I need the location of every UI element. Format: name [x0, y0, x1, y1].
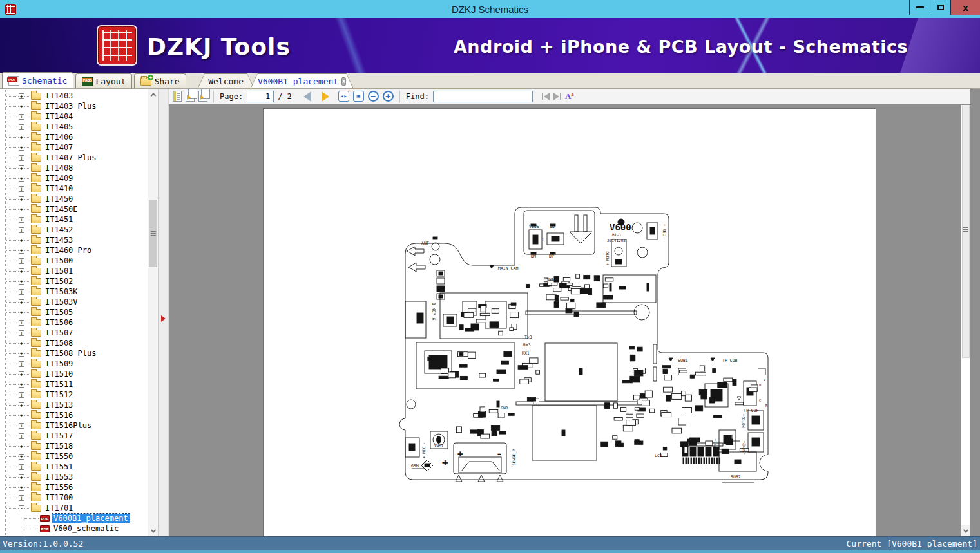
tree-folder-it1502[interactable]: +IT1502 — [0, 276, 148, 286]
expander-icon[interactable]: + — [19, 186, 24, 192]
tree-folder-it1700[interactable]: +IT1700 — [0, 492, 148, 503]
expander-icon[interactable]: + — [19, 320, 24, 326]
expander-icon[interactable]: + — [19, 165, 24, 171]
expander-icon[interactable]: + — [19, 238, 24, 243]
expander-icon[interactable]: + — [19, 299, 24, 305]
expander-icon[interactable]: + — [19, 93, 24, 99]
document-area[interactable]: V600 B1-1 20141203 + MOTO - + REC - VBUS… — [169, 105, 970, 536]
expander-icon[interactable]: + — [19, 454, 24, 460]
tree-folder-it1405[interactable]: +IT1405 — [0, 122, 148, 132]
expander-icon[interactable]: + — [19, 279, 24, 285]
tree-folder-it1403[interactable]: +IT1403 — [0, 91, 148, 101]
tree-folder-it1451[interactable]: +IT1451 — [0, 214, 148, 225]
rotate-right-icon[interactable] — [198, 91, 207, 102]
expander-icon[interactable]: + — [19, 135, 24, 140]
tree-folder-it1513[interactable]: +IT1513 — [0, 400, 148, 410]
pane-splitter[interactable] — [159, 89, 169, 536]
expander-icon[interactable]: + — [19, 464, 24, 470]
tree-folder-it1516plus[interactable]: +IT1516Plus — [0, 420, 148, 431]
scrollbar-thumb[interactable] — [149, 200, 157, 267]
find-input[interactable] — [433, 91, 533, 102]
expander-icon[interactable]: + — [19, 196, 24, 202]
expander-icon[interactable]: + — [19, 124, 24, 130]
font-size-icon[interactable]: Aa — [565, 91, 574, 100]
expander-icon[interactable]: + — [19, 382, 24, 388]
tree-folder-it1701[interactable]: -IT1701 — [0, 503, 148, 513]
tree-folder-it1511[interactable]: +IT1511 — [0, 379, 148, 389]
doc-tab-v600b1-placement[interactable]: V600B1_placement x — [251, 73, 354, 88]
expander-icon[interactable]: + — [19, 351, 24, 357]
fit-page-icon[interactable]: ▣ — [353, 91, 364, 102]
tree-folder-it1460-pro[interactable]: +IT1460 Pro — [0, 245, 148, 256]
tree-folder-it1506[interactable]: +IT1506 — [0, 317, 148, 328]
tree-folder-it1516[interactable]: +IT1516 — [0, 410, 148, 420]
tree-folder-it1512[interactable]: +IT1512 — [0, 389, 148, 400]
expander-icon[interactable]: + — [19, 392, 24, 398]
tree-folder-it1550[interactable]: +IT1550 — [0, 451, 148, 462]
minimize-button[interactable] — [909, 0, 930, 15]
expander-icon[interactable]: + — [19, 495, 24, 501]
expander-icon[interactable]: + — [19, 433, 24, 439]
expander-icon[interactable]: + — [19, 145, 24, 151]
maximize-button[interactable] — [930, 0, 950, 15]
doc-tab-welcome[interactable]: Welcome — [198, 73, 255, 88]
tree-folder-it1553[interactable]: +IT1553 — [0, 472, 148, 482]
document-scrollbar[interactable] — [961, 105, 970, 536]
expander-icon[interactable]: + — [19, 413, 24, 418]
expander-icon[interactable]: + — [19, 310, 24, 315]
expander-icon[interactable]: + — [19, 371, 24, 377]
expander-icon[interactable]: + — [19, 474, 24, 480]
expander-icon[interactable]: + — [19, 402, 24, 408]
expander-icon[interactable]: + — [19, 104, 24, 109]
tree-folder-it1408[interactable]: +IT1408 — [0, 163, 148, 173]
tree-folder-it1508-plus[interactable]: +IT1508 Plus — [0, 348, 148, 359]
tab-share[interactable]: + Share — [134, 73, 186, 88]
expander-icon[interactable]: + — [19, 423, 24, 429]
tree-folder-it1510[interactable]: +IT1510 — [0, 369, 148, 379]
next-page-icon[interactable] — [322, 91, 329, 102]
splitter-collapse-icon[interactable] — [161, 315, 166, 322]
zoom-in-icon[interactable]: + — [383, 91, 394, 102]
tree-folder-it1551[interactable]: +IT1551 — [0, 462, 148, 472]
expander-icon[interactable]: + — [19, 485, 24, 491]
scroll-up-button[interactable] — [148, 89, 158, 100]
tree-folder-it1406[interactable]: +IT1406 — [0, 132, 148, 142]
tree-folder-it1404[interactable]: +IT1404 — [0, 111, 148, 122]
tree-file-v600b1_placement[interactable]: PDFV600B1_placement — [0, 513, 148, 523]
previous-page-icon[interactable] — [303, 91, 311, 102]
expander-icon[interactable]: + — [19, 217, 24, 223]
close-button[interactable]: x — [950, 0, 980, 15]
find-next-icon[interactable] — [553, 93, 561, 100]
page-number-input[interactable] — [247, 91, 274, 102]
sidebar-scrollbar[interactable] — [148, 89, 158, 536]
expander-icon[interactable]: + — [19, 114, 24, 120]
expander-icon[interactable]: + — [19, 155, 24, 161]
expander-icon[interactable]: + — [19, 341, 24, 346]
expander-icon[interactable]: + — [19, 289, 24, 295]
tree-folder-it1503k[interactable]: +IT1503K — [0, 286, 148, 297]
tree-folder-it1503v[interactable]: +IT1503V — [0, 297, 148, 307]
tree-folder-it1556[interactable]: +IT1556 — [0, 482, 148, 492]
tab-schematic[interactable]: PDF Schematic — [2, 72, 73, 88]
expander-icon[interactable]: + — [19, 258, 24, 264]
tree-folder-it1517[interactable]: +IT1517 — [0, 431, 148, 441]
tree-folder-it1407-plus[interactable]: +IT1407 Plus — [0, 153, 148, 163]
tree-folder-it1507[interactable]: +IT1507 — [0, 328, 148, 338]
expander-icon[interactable]: + — [19, 248, 24, 254]
tree-file-v600_schematic[interactable]: PDFV600_schematic — [0, 523, 148, 534]
tree-folder-it1509[interactable]: +IT1509 — [0, 359, 148, 369]
find-previous-icon[interactable] — [542, 93, 550, 100]
tree-folder-it1500[interactable]: +IT1500 — [0, 256, 148, 266]
expander-icon[interactable]: - — [19, 505, 24, 511]
scroll-down-button[interactable] — [961, 525, 970, 536]
tree-folder-it1409[interactable]: +IT1409 — [0, 173, 148, 183]
expander-icon[interactable]: + — [19, 330, 24, 336]
rotate-left-icon[interactable] — [186, 91, 195, 102]
tree-folder-it1450[interactable]: +IT1450 — [0, 194, 148, 204]
expander-icon[interactable]: + — [19, 207, 24, 212]
expander-icon[interactable]: + — [19, 361, 24, 367]
tree-folder-it1450e[interactable]: +IT1450E — [0, 204, 148, 214]
zoom-out-icon[interactable]: − — [368, 91, 379, 102]
expander-icon[interactable]: + — [19, 176, 24, 182]
expander-icon[interactable]: + — [19, 444, 24, 449]
